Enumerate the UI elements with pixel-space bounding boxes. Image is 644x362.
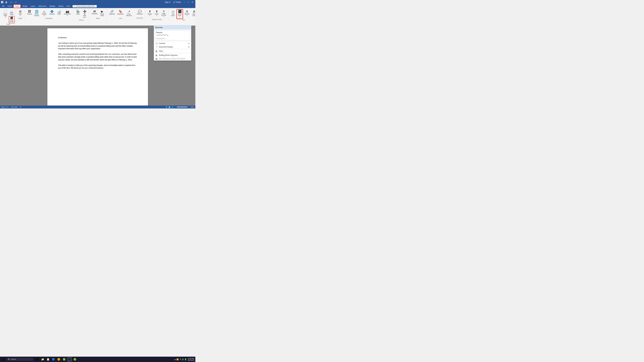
textbox-icon: ▭ [172, 10, 174, 13]
wikipedia-icon: W [94, 10, 96, 13]
online-video-label: OnlineVideo [100, 13, 104, 16]
comments-buttons: 💬 Comment [136, 9, 144, 16]
links-label: Links [119, 17, 122, 19]
shapes-button[interactable]: △ Shapes ▾ [40, 9, 48, 17]
title-bar: W 💾 ↩ ↪ · Sign in 🔗 Share ─ □ ✕ [0, 0, 195, 4]
close-button[interactable]: ✕ [190, 1, 194, 3]
view-normal-icon[interactable]: ☰ [166, 106, 168, 108]
preview-box: Sincerely, Christopher M... [155, 30, 190, 40]
menu-review[interactable]: Review [57, 5, 65, 8]
cover-page-icon: 📄 [4, 10, 7, 13]
screenshot-button[interactable]: 📷 Screenshot ▾ [62, 9, 72, 17]
online-pictures-icon: 🌐 [35, 10, 38, 13]
ribbon: 📄 CoverPage ▾ 📃 BlankPage ⬛ PageBreak Pa… [0, 8, 195, 26]
building-blocks-item[interactable]: ▦ Building Blocks Organizer... [154, 53, 191, 57]
menu-file[interactable]: File [0, 5, 6, 8]
document-property-icon: 📄 [156, 46, 158, 48]
menu-layout[interactable]: Layout [29, 5, 37, 8]
store-button[interactable]: 🏪 Store [75, 9, 81, 16]
zoom-out-button[interactable]: ─ [175, 106, 176, 108]
quick-parts-icon: ⬛ [178, 10, 182, 13]
my-addins-button[interactable]: ➕ My Add-ins ▾ [82, 9, 88, 19]
chart-label: Chart [58, 13, 61, 15]
smartart-icon: 🔷 [50, 10, 54, 13]
dropdown-title: Sincerely, [154, 26, 191, 29]
comment-button[interactable]: 💬 Comment [136, 9, 144, 16]
page-break-icon: ⬛ [10, 17, 13, 19]
status-right: ☰ ▣ 🌐 ─ + 100% [166, 106, 194, 108]
ribbon-group-addins: 🏪 Store ➕ My Add-ins ▾ Add-ins [74, 8, 89, 21]
cross-reference-button[interactable]: ↗ Cross-reference [125, 9, 133, 17]
tell-me-search[interactable]: 🔍 Tell me what you want to do... [72, 5, 97, 7]
page-number-label: PageNumber ▾ [162, 13, 166, 17]
view-web-icon[interactable]: 🌐 [171, 106, 174, 108]
page-number-icon: # [163, 10, 164, 12]
smartart-button[interactable]: 🔷 SmartArt [48, 9, 56, 16]
pictures-button[interactable]: 🖼 Pictures [26, 9, 33, 16]
ribbon-group-comments: 💬 Comment Comments [134, 8, 145, 19]
share-button[interactable]: 🔗 Share [172, 1, 182, 3]
dropcap-button[interactable]: A DropCap ▾ [191, 9, 195, 17]
tables-buttons: ⊞ Table ▾ [17, 9, 24, 17]
document-page[interactable]: Hi Stevens, I am writing to inform you o… [47, 28, 148, 105]
online-video-button[interactable]: ▶ OnlineVideo [99, 9, 106, 17]
page-number-button[interactable]: # PageNumber ▾ [160, 9, 167, 18]
online-pictures-button[interactable]: 🌐 OnlinePictures [33, 9, 40, 17]
my-addins-label: My Add-ins ▾ [83, 13, 87, 18]
field-item[interactable]: ▦ Field... [154, 49, 191, 53]
save-button[interactable]: 💾 [4, 1, 8, 3]
building-blocks-icon: ▦ [156, 54, 158, 56]
menu-mailings[interactable]: Mailings [48, 5, 56, 8]
autotext-item[interactable]: 📝 AutoText ▶ [154, 42, 191, 45]
header-button[interactable]: ⬆ Header ▾ [146, 9, 153, 17]
wikipedia-label: Wikipedia [92, 13, 98, 14]
view-print-icon[interactable]: ▣ [168, 106, 170, 108]
illustrations-buttons: 🖼 Pictures 🌐 OnlinePictures △ Shapes ▾ 🔷… [26, 9, 72, 17]
paragraph2: After conducting extensive research and … [58, 53, 137, 61]
wordart-button[interactable]: A WordArt ▾ [183, 9, 191, 17]
menu-insert[interactable]: Insert [13, 4, 21, 8]
table-button[interactable]: ⊞ Table ▾ [17, 9, 24, 17]
comments-label: Comments [136, 17, 143, 19]
zoom-in-button[interactable]: + [188, 106, 189, 108]
menu-home[interactable]: Home [6, 5, 13, 8]
pictures-label: Pictures [27, 13, 32, 15]
sign-in-button[interactable]: Sign in [164, 1, 172, 3]
header-label: Header ▾ [148, 13, 152, 16]
bookmark-button[interactable]: 🔖 Bookmark [116, 9, 125, 16]
document-property-item[interactable]: 📄 Document Property ▶ [154, 45, 191, 49]
wikipedia-button[interactable]: W Wikipedia [90, 9, 98, 15]
page-break-button[interactable]: ⬛ PageBreak [9, 16, 14, 23]
page-col: 📃 BlankPage ⬛ PageBreak [9, 9, 14, 23]
paragraph1: I am writing to inform you of our new pr… [58, 42, 137, 50]
chart-button[interactable]: 📊 Chart [56, 9, 62, 16]
maximize-button[interactable]: □ [187, 1, 190, 3]
quick-parts-label: QuickParts ▾ [178, 13, 182, 18]
menu-references[interactable]: References [37, 5, 48, 8]
redo-button[interactable]: ↪ [14, 1, 18, 3]
footer-button[interactable]: ⬇ Footer ▾ [154, 9, 160, 17]
textbox-button[interactable]: ▭ TextBox ▾ [170, 9, 176, 17]
menu-design[interactable]: Design [21, 5, 29, 8]
undo-button[interactable]: ↩ [9, 1, 13, 3]
greeting: Hi Stevens, [58, 36, 137, 39]
signature-image [156, 33, 170, 37]
pages-buttons: 📄 CoverPage ▾ 📃 BlankPage ⬛ PageBreak [2, 9, 14, 23]
field-label: Field... [159, 50, 164, 52]
dropcap-label: DropCap ▾ [192, 13, 195, 16]
hyperlink-button[interactable]: 🔗 Hyperlink [108, 9, 116, 16]
zoom-slider[interactable] [177, 107, 188, 107]
quick-parts-button[interactable]: ⬛ QuickParts ▾ [176, 9, 183, 19]
tell-me-placeholder: Tell me what you want to do... [76, 5, 96, 7]
proofing-icon[interactable]: 👁 [20, 106, 21, 108]
menu-view[interactable]: View [65, 5, 72, 8]
cover-page-button[interactable]: 📄 CoverPage ▾ [2, 9, 8, 19]
cross-reference-label: Cross-reference [126, 13, 132, 16]
hyperlink-icon: 🔗 [110, 10, 114, 13]
blank-page-icon: 📃 [10, 10, 13, 12]
cross-reference-icon: ↗ [128, 10, 130, 13]
blank-page-button[interactable]: 📃 BlankPage [9, 9, 14, 16]
blank-page-label: BlankPage [10, 12, 14, 15]
dropcap-icon: A [193, 10, 195, 13]
minimize-button[interactable]: ─ [183, 1, 186, 3]
